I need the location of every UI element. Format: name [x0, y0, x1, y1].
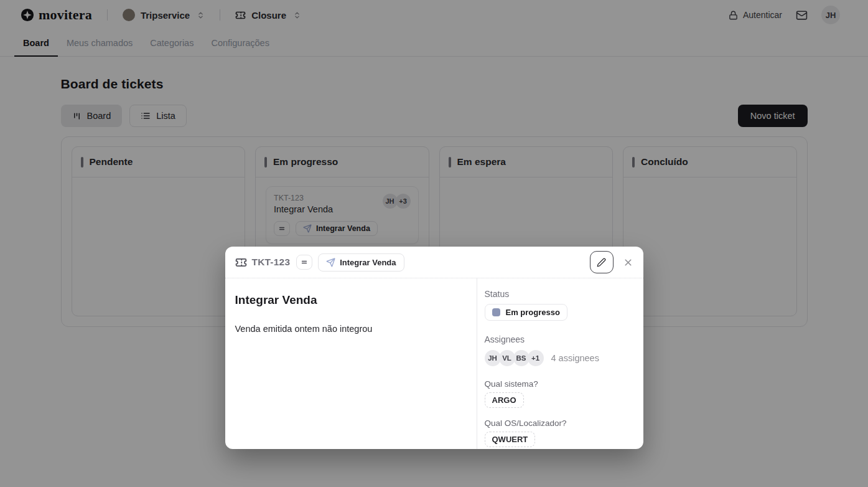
pencil-icon [597, 258, 606, 267]
field-question: Qual OS/Localizador? [485, 418, 635, 428]
status-color-dot [492, 308, 500, 316]
ticket-sidebar: Status Em progresso Assignees JH VL BS +… [477, 278, 643, 449]
modal-body: Integrar Venda Venda emitida ontem não i… [225, 278, 643, 449]
assignees-summary: 4 assignees [551, 353, 599, 363]
avatar-overflow: +1 [528, 350, 544, 366]
modal-ticket-id: TKT-123 [252, 257, 291, 268]
field-answer-badge: ARGO [485, 392, 524, 408]
field-answer-badge: QWUERT [485, 432, 536, 447]
status-badge[interactable]: Em progresso [485, 304, 567, 321]
field-question: Qual sistema? [485, 379, 635, 389]
ticket-icon [235, 257, 247, 268]
close-icon[interactable] [623, 257, 633, 268]
ticket-detail-modal: TKT-123 Integrar Venda Integrar Venda Ve… [225, 247, 643, 449]
status-heading: Status [485, 289, 635, 299]
assignees-heading: Assignees [485, 334, 635, 344]
category-badge: Integrar Venda [318, 253, 404, 272]
ticket-description: Venda emitida ontem não integrou [235, 324, 467, 334]
assignees-row: JH VL BS +1 4 assignees [485, 350, 635, 366]
edit-button[interactable] [590, 251, 614, 273]
status-value: Em progresso [506, 308, 560, 317]
ticket-title: Integrar Venda [235, 293, 467, 307]
ticket-details: Integrar Venda Venda emitida ontem não i… [225, 278, 477, 449]
modal-header: TKT-123 Integrar Venda [225, 247, 643, 278]
send-icon [326, 258, 335, 267]
category-badge-label: Integrar Venda [340, 258, 396, 267]
priority-badge [296, 255, 312, 270]
